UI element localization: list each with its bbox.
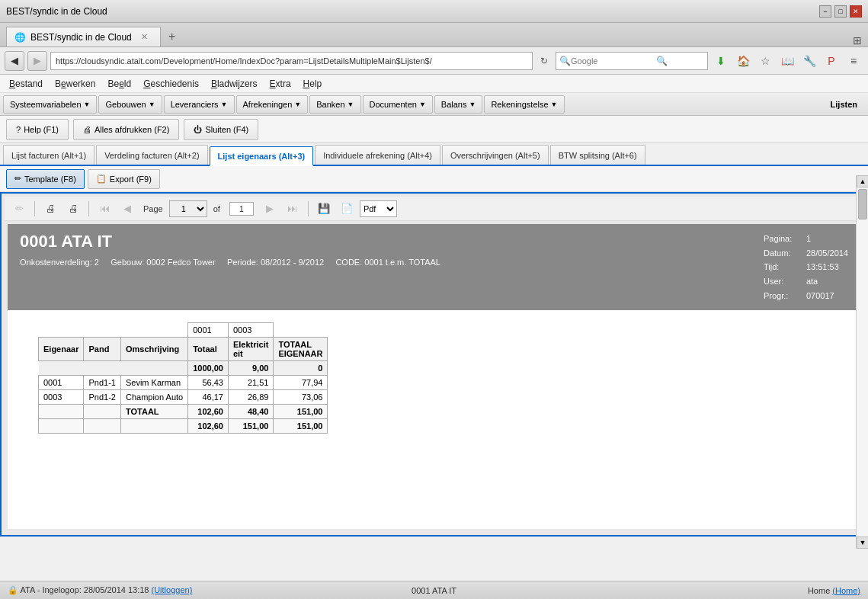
table-row: 0001 Pnd1-1 Sevim Karman 56,43 21,51 77,… [39, 376, 328, 390]
tab-grid-icon[interactable]: ⊞ [853, 34, 862, 46]
menu-extra[interactable]: Extra [264, 77, 297, 91]
total-1000: 1000,00 [188, 361, 229, 376]
page-label: Page [143, 204, 163, 213]
address-input[interactable] [50, 52, 533, 70]
tab-lijst-eigenaars[interactable]: Lijst eigenaars (Alt+3) [210, 146, 314, 166]
table-header-row2: Eigenaar Pand Omschrijving Totaal Elektr… [39, 338, 328, 361]
report-onkostenverdeling: Onkostenverdeling: 2 [20, 258, 99, 267]
report-edit-btn[interactable]: ✏ [9, 200, 29, 218]
close-button-action[interactable]: ⏻ Sluiten (F4) [184, 119, 258, 140]
row2-totaal: 46,17 [188, 390, 229, 405]
scroll-up-btn[interactable]: ▲ [857, 175, 868, 187]
tab-btw-splitsing[interactable]: BTW splitsing (Alt+6) [550, 145, 645, 165]
nav-gebouwen-label: Gebouwen [105, 100, 146, 109]
nav-afrekeningen[interactable]: Afrekeningen ▼ [236, 95, 309, 114]
scroll-thumb[interactable] [858, 189, 867, 219]
report-next-btn[interactable]: ▶ [260, 200, 280, 218]
home-icon[interactable]: 🏠 [733, 51, 753, 71]
forward-button[interactable]: ▶ [27, 51, 47, 71]
format-select[interactable]: Pdf Excel Word [360, 200, 397, 217]
tab-verdeling-facturen[interactable]: Verdeling facturen (Alt+2) [96, 145, 207, 165]
total-row-elec: 48,40 [228, 405, 273, 419]
report-code: CODE: 0001 t.e.m. TOTAAL [335, 258, 440, 267]
tab-overschrijvingen[interactable]: Overschrijvingen (Alt+5) [442, 145, 549, 165]
page-input[interactable]: 1 [169, 200, 207, 217]
new-tab-button[interactable]: + [164, 28, 181, 45]
nav-balans[interactable]: Balans ▼ [434, 95, 483, 114]
close-button[interactable]: ✕ [850, 5, 862, 18]
uitloggen-link[interactable]: (Uitloggen) [152, 585, 193, 594]
menu-bewerken[interactable]: Bewerken [49, 77, 101, 91]
page-of-label: of [213, 204, 220, 213]
report-header-left: 0001 ATA IT Onkostenverdeling: 2 Gebouw:… [20, 232, 440, 267]
star-icon[interactable]: ☆ [755, 51, 775, 71]
pagina-label: Pagina: [764, 232, 800, 246]
report-print-btn[interactable]: 🖨 [63, 200, 83, 218]
row2-pand: Pnd1-2 [84, 390, 120, 405]
menu-icon[interactable]: ≡ [844, 51, 863, 71]
datum-value: 28/05/2014 [806, 246, 848, 261]
report-toolbar: ✏ 🖨 🖨 ⏮ ◀ Page 1 of 1 ▶ ⏭ 💾 📄 Pdf Excel … [5, 197, 863, 221]
nav-systeemvariabelen[interactable]: Systeemvariabelen ▼ [3, 95, 97, 114]
search-input[interactable] [571, 56, 655, 66]
pinterest-icon[interactable]: P [822, 51, 841, 71]
report-table: 0001 0003 Eigenaar Pand Omschrijving Tot… [38, 322, 328, 434]
status-right: Home (Home) [808, 586, 860, 595]
print-icon: 🖨 [83, 125, 91, 134]
nav-rekeningstelse-arrow: ▼ [551, 101, 558, 108]
report-save-btn[interactable]: 💾 [314, 200, 334, 218]
report-prev-btn[interactable]: ◀ [117, 200, 137, 218]
row2-totaal-eigen: 73,06 [274, 390, 328, 405]
lijsten-button[interactable]: Lijsten [823, 95, 865, 114]
tab-favicon: 🌐 [14, 32, 26, 43]
meta-pagina: Pagina: 1 [764, 232, 848, 246]
report-refresh-btn[interactable]: 🖨 [40, 200, 60, 218]
table-row: 0003 Pnd1-2 Champion Auto 46,17 26,89 73… [39, 390, 328, 405]
menu-geschiedenis[interactable]: Geschiedenis [137, 77, 205, 91]
nav-rekeningstelse[interactable]: Rekeningstelse ▼ [484, 95, 564, 114]
export-button[interactable]: 📋 Export (F9) [88, 169, 160, 189]
tab-lijst-facturen[interactable]: Lijst facturen (Alt+1) [3, 145, 94, 165]
help-button[interactable]: ? Help (F1) [6, 119, 69, 140]
nav-documenten[interactable]: Documenten ▼ [363, 95, 433, 114]
help-icon: ? [16, 125, 21, 134]
row1-elec: 21,51 [228, 376, 273, 390]
report-last-btn[interactable]: ⏭ [283, 200, 303, 218]
power-icon: ⏻ [194, 125, 202, 134]
total-0: 0 [274, 361, 328, 376]
browser-addressbar: ◀ ▶ ↻ 🔍 🔍 ⬇ 🏠 ☆ 📖 🔧 P ≡ [0, 47, 868, 75]
action-bar: ? Help (F1) 🖨 Alles afdrukken (F2) ⏻ Slu… [0, 116, 868, 143]
grand-total-totaal: 102,60 [188, 419, 229, 434]
extension-icon[interactable]: 🔧 [799, 51, 819, 71]
download-icon[interactable]: ⬇ [711, 51, 731, 71]
bookmark-icon[interactable]: 📖 [777, 51, 797, 71]
th-empty2 [84, 323, 120, 338]
home-link[interactable]: (Home) [832, 586, 860, 595]
menu-help[interactable]: Help [297, 77, 328, 91]
grand-total-eigen: 151,00 [274, 419, 328, 434]
refresh-button[interactable]: ↻ [536, 53, 553, 69]
nav-leveranciers[interactable]: Leveranciers ▼ [164, 95, 235, 114]
back-button[interactable]: ◀ [5, 51, 24, 71]
scroll-down-btn[interactable]: ▼ [857, 537, 868, 549]
menu-bladwijzers[interactable]: Bladwijzers [205, 77, 264, 91]
template-button[interactable]: ✏ Template (F8) [6, 169, 85, 189]
nav-afrekeningen-label: Afrekeningen [243, 100, 293, 109]
nav-gebouwen[interactable]: Gebouwen ▼ [98, 95, 162, 114]
lock-icon: 🔒 [8, 585, 18, 594]
maximize-button[interactable]: □ [834, 5, 847, 18]
edit-icon: ✏ [14, 174, 21, 184]
grand-total-empty3 [120, 419, 187, 434]
minimize-button[interactable]: − [819, 5, 831, 18]
nav-banken[interactable]: Banken ▼ [309, 95, 360, 114]
browser-tab-active[interactable]: 🌐 BEST/syndic in de Cloud ✕ [6, 27, 161, 46]
menu-beeld[interactable]: Beeld [101, 77, 137, 91]
print-all-button[interactable]: 🖨 Alles afdrukken (F2) [73, 119, 179, 140]
tab-close-icon[interactable]: ✕ [141, 32, 148, 42]
tab-individuele-afrekening[interactable]: Individuele afrekening (Alt+4) [315, 145, 440, 165]
search-magnifier-icon[interactable]: 🔍 [656, 56, 668, 66]
menu-bestand[interactable]: Bestand [3, 77, 49, 91]
nav-afrekeningen-arrow: ▼ [294, 101, 301, 108]
report-first-btn[interactable]: ⏮ [94, 200, 114, 218]
report-save2-btn[interactable]: 📄 [337, 200, 357, 218]
